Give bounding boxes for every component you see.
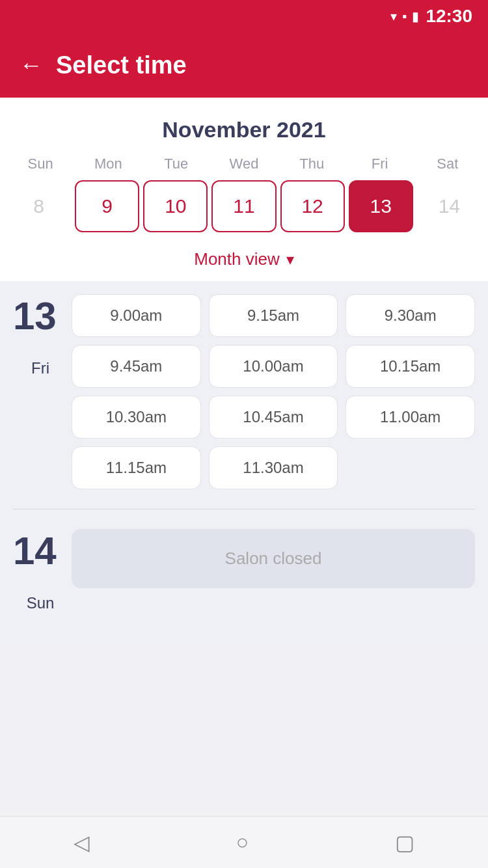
nav-back-icon[interactable]: ◁: [74, 830, 90, 855]
time-slot[interactable]: 9.15am: [209, 294, 338, 337]
time-slot[interactable]: 11.00am: [346, 396, 475, 439]
time-slot[interactable]: 11.15am: [72, 446, 201, 489]
weekday-label: Tue: [142, 153, 210, 175]
back-button[interactable]: ←: [20, 53, 43, 77]
month-view-label: Month view: [194, 249, 280, 269]
weekday-label: Thu: [278, 153, 346, 175]
calendar-day[interactable]: 13: [349, 180, 413, 232]
status-time: 12:30: [426, 6, 472, 27]
nav-recent-icon[interactable]: ▢: [395, 830, 414, 855]
day-name: Sun: [27, 594, 55, 612]
salon-closed-label: Salon closed: [72, 529, 475, 588]
battery-icon: ▮: [412, 8, 419, 24]
calendar-day: 14: [417, 180, 481, 232]
day-name: Fri: [31, 359, 49, 377]
days-row: 891011121314: [0, 180, 488, 243]
weekday-label: Sat: [414, 153, 481, 175]
time-slot[interactable]: 9.45am: [72, 345, 201, 388]
calendar-section: November 2021 SunMonTueWedThuFriSat 8910…: [0, 98, 488, 281]
wifi-icon: ▾: [390, 8, 397, 24]
day-number: 13: [13, 297, 65, 336]
time-slot[interactable]: 9.00am: [72, 294, 201, 337]
weekday-label: Fri: [346, 153, 413, 175]
calendar-day: 8: [7, 180, 71, 232]
chevron-down-icon: ▾: [286, 251, 294, 269]
day-section: 14SunSalon closed: [13, 529, 475, 612]
time-slot[interactable]: 11.30am: [209, 446, 338, 489]
calendar-day[interactable]: 11: [211, 180, 276, 232]
signal-icon: ▪: [402, 9, 407, 24]
time-slot[interactable]: 10.45am: [209, 396, 338, 439]
weekday-label: Sun: [7, 153, 74, 175]
time-slot[interactable]: 9.30am: [346, 294, 475, 337]
section-divider: [13, 509, 475, 509]
calendar-day[interactable]: 9: [75, 180, 139, 232]
calendar-day[interactable]: 12: [280, 180, 345, 232]
time-slot[interactable]: 10.00am: [209, 345, 338, 388]
calendar-day[interactable]: 10: [143, 180, 208, 232]
day-section: 13Fri9.00am9.15am9.30am9.45am10.00am10.1…: [13, 294, 475, 489]
time-slot[interactable]: 10.30am: [72, 396, 201, 439]
month-title: November 2021: [0, 111, 488, 153]
nav-home-icon[interactable]: ○: [236, 830, 249, 854]
bottom-nav: ◁ ○ ▢: [0, 816, 488, 868]
time-slots-section: 13Fri9.00am9.15am9.30am9.45am10.00am10.1…: [0, 281, 488, 645]
status-icons: ▾ ▪ ▮: [390, 8, 419, 24]
month-view-toggle[interactable]: Month view ▾: [0, 243, 488, 281]
status-bar: ▾ ▪ ▮ 12:30: [0, 0, 488, 33]
app-header: ← Select time: [0, 33, 488, 98]
weekday-label: Wed: [210, 153, 278, 175]
weekday-label: Mon: [74, 153, 142, 175]
day-number: 14: [13, 532, 65, 571]
weekday-row: SunMonTueWedThuFriSat: [0, 153, 488, 175]
page-title: Select time: [56, 51, 187, 79]
time-slot[interactable]: 10.15am: [346, 345, 475, 388]
